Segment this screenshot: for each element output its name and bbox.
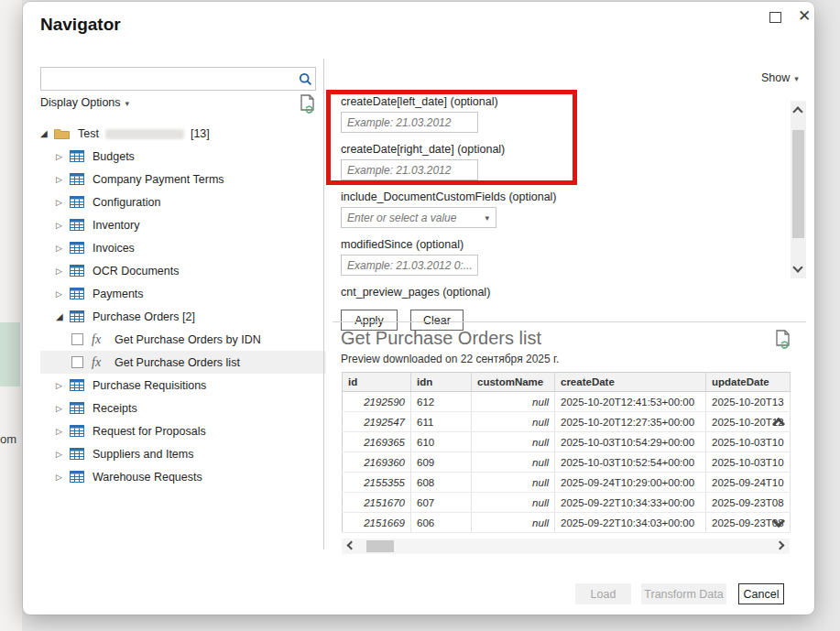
tree-item-get-purchase-orders-by-idn[interactable]: fxGet Purchase Orders by IDN — [40, 328, 326, 351]
table-icon — [70, 242, 84, 254]
tree-item-label: Purchase Requisitions — [93, 379, 206, 392]
refresh-preview-icon[interactable] — [775, 330, 792, 354]
table-icon — [70, 379, 84, 391]
table-cell: 611 — [411, 412, 472, 432]
cancel-button[interactable]: Cancel — [738, 583, 784, 604]
expand-arrow-icon[interactable]: ▷ — [56, 198, 70, 207]
tree-item-label: Invoices — [93, 242, 135, 255]
fx-function-icon: fx — [92, 355, 106, 370]
expand-arrow-icon[interactable]: ▷ — [56, 450, 70, 459]
excel-logo-fragment — [0, 322, 20, 386]
expand-arrow-icon[interactable]: ▷ — [56, 221, 70, 230]
expand-arrow-icon[interactable]: ▷ — [56, 381, 70, 390]
panel-divider — [323, 59, 324, 549]
table-scroll-up-icon[interactable] — [774, 416, 783, 432]
background-partial-text: om — [0, 432, 16, 446]
table-icon — [70, 196, 84, 208]
parameter-input[interactable] — [341, 255, 478, 276]
refresh-tree-icon[interactable] — [300, 94, 317, 117]
search-input[interactable] — [41, 69, 295, 89]
table-icon — [70, 448, 84, 460]
maximize-icon[interactable] — [769, 12, 781, 23]
table-cell: 2151669 — [343, 513, 411, 533]
column-header-createDate: createDate — [555, 373, 706, 392]
checkbox[interactable] — [71, 356, 83, 368]
tree-item-label: OCR Documents — [93, 265, 179, 277]
chevron-down-icon: ▾ — [485, 213, 489, 223]
table-scroll-down-icon[interactable] — [774, 513, 783, 529]
tree-item-label: Get Purchase Orders by IDN — [115, 333, 261, 346]
tree-item-purchase-requisitions[interactable]: ▷Purchase Requisitions — [40, 374, 326, 397]
table-cell: 2025-09-22T10:34:03+00:00 — [555, 513, 706, 533]
tree-item-label: Configuration — [93, 196, 160, 209]
expand-arrow-icon[interactable]: ▷ — [56, 404, 70, 413]
transform-data-button[interactable]: Transform Data — [641, 583, 726, 604]
tree-item-label: Suppliers and Items — [93, 448, 193, 461]
tree-item-warehouse-requests[interactable]: ▷Warehouse Requests — [40, 465, 326, 488]
table-cell: 607 — [411, 493, 472, 513]
table-cell: 608 — [411, 473, 472, 493]
tree-item-label: Inventory — [93, 219, 139, 232]
scroll-up-icon[interactable] — [792, 106, 802, 116]
table-horizontal-scrollbar[interactable] — [342, 539, 790, 554]
expand-arrow-icon[interactable]: ▷ — [56, 289, 70, 299]
table-hscrollbar-thumb[interactable] — [366, 540, 394, 552]
tree-item-request-for-proposals[interactable]: ▷Request for Proposals — [40, 419, 326, 442]
tree-item-configuration[interactable]: ▷Configuration — [40, 190, 326, 213]
table-cell: 2025-09-23T08 — [706, 493, 791, 513]
parameter-form: createDate[left_date] (optional)createDa… — [341, 95, 780, 331]
chevron-down-icon: ▾ — [125, 99, 130, 108]
column-header-idn: idn — [411, 373, 472, 392]
display-options-dropdown[interactable]: Display Options▾ — [40, 96, 129, 109]
tree-item-company-payment-terms[interactable]: ▷Company Payment Terms — [40, 168, 326, 190]
tree-item-receipts[interactable]: ▷Receipts — [40, 397, 326, 419]
show-dropdown[interactable]: Show▾ — [761, 71, 799, 84]
form-scrollbar[interactable] — [791, 101, 806, 278]
column-header-customName: customName — [472, 373, 555, 392]
expand-arrow-icon[interactable]: ▷ — [56, 152, 70, 161]
tree-item-budgets[interactable]: ▷Budgets — [40, 145, 326, 168]
table-icon — [70, 425, 84, 437]
table-cell: 2025-10-03T10:54:29+00:00 — [555, 432, 706, 452]
form-scrollbar-thumb[interactable] — [792, 130, 804, 238]
load-button[interactable]: Load — [575, 583, 631, 604]
tree-item-purchase-orders-2[interactable]: ◢Purchase Orders [2] — [40, 305, 326, 328]
expand-arrow-icon[interactable]: ▷ — [56, 473, 70, 482]
field-label: createDate[right_date] (optional) — [341, 143, 780, 156]
scroll-right-icon[interactable] — [776, 541, 785, 550]
preview-table: ididncustomNamecreateDateupdateDate21925… — [342, 372, 791, 533]
table-cell: 2169360 — [343, 452, 411, 473]
collapse-arrow-icon[interactable]: ◢ — [40, 128, 54, 138]
search-icon[interactable] — [295, 72, 315, 86]
tree-item-label: Receipts — [93, 402, 137, 415]
collapse-arrow-icon[interactable]: ◢ — [56, 311, 70, 321]
tree-item-payments[interactable]: ▷Payments — [40, 282, 326, 305]
table-cell: 2192590 — [343, 392, 411, 412]
table-cell: null — [472, 493, 555, 513]
table-cell: 2169365 — [343, 432, 411, 452]
scroll-left-icon[interactable] — [347, 541, 356, 550]
redacted-text — [105, 129, 184, 139]
parameter-select[interactable]: Enter or select a value▾ — [341, 207, 496, 228]
expand-arrow-icon[interactable]: ▷ — [56, 175, 70, 184]
tree-item-invoices[interactable]: ▷Invoices — [40, 236, 326, 259]
expand-arrow-icon[interactable]: ▷ — [56, 244, 70, 253]
expand-arrow-icon[interactable]: ▷ — [56, 267, 70, 276]
parameter-input[interactable] — [341, 112, 478, 133]
fx-function-icon: fx — [92, 332, 106, 347]
tree-item-test[interactable]: ◢Test[13] — [40, 122, 326, 145]
checkbox[interactable] — [71, 333, 83, 345]
tree-item-get-purchase-orders-list[interactable]: fxGet Purchase Orders list — [40, 351, 326, 374]
tree-item-label: Request for Proposals — [93, 425, 206, 438]
tree-item-inventory[interactable]: ▷Inventory — [40, 213, 326, 236]
tree-item-ocr-documents[interactable]: ▷OCR Documents — [40, 259, 326, 282]
tree-item-suppliers-and-items[interactable]: ▷Suppliers and Items — [40, 442, 326, 465]
scroll-down-icon[interactable] — [792, 262, 802, 272]
close-icon[interactable]: ✕ — [798, 7, 811, 26]
field-label: modifiedSince (optional) — [341, 238, 780, 251]
expand-arrow-icon[interactable]: ▷ — [56, 427, 70, 436]
table-cell: 2025-10-20T12:41:53+00:00 — [555, 392, 706, 412]
parameter-input[interactable] — [341, 159, 478, 180]
table-cell: 2025-10-03T10:52:54+00:00 — [555, 452, 706, 473]
table-cell: 609 — [411, 452, 472, 473]
